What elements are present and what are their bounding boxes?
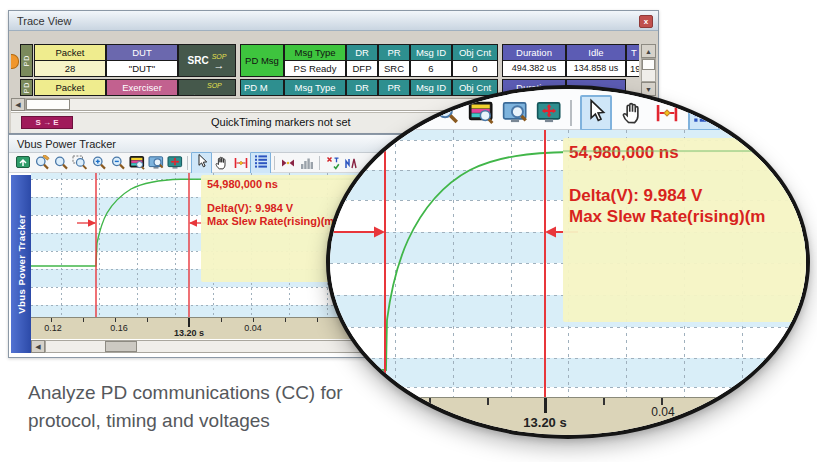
msg-id-header: Msg ID <box>411 80 451 96</box>
collapse-markers-icon[interactable] <box>280 155 296 171</box>
t-column-clipped: T 19 <box>626 44 639 77</box>
zoom-icon[interactable] <box>53 155 69 171</box>
zoom-region-icon[interactable] <box>72 155 88 171</box>
vbus-title: Vbus Power Tracker <box>17 138 116 150</box>
page: Trace View x PD Packet 28 DUT "DUT" SRC … <box>0 0 817 462</box>
screen-zoom-icon[interactable] <box>502 100 528 126</box>
axis-tick <box>487 398 489 405</box>
axis-tick <box>603 398 605 405</box>
cursor-axis-tick <box>544 398 547 413</box>
measure-list-selected[interactable] <box>250 152 271 174</box>
axis-tick <box>285 318 286 322</box>
role-sop-cell: SOP → <box>178 79 236 96</box>
sop-label: SOP <box>207 82 222 89</box>
obj-cnt-value: 0 <box>453 61 497 77</box>
axis-tick <box>253 318 254 322</box>
screen-zoom-icon[interactable] <box>148 155 164 171</box>
timing-marker-icon[interactable] <box>654 100 680 126</box>
scroll-left-button[interactable]: ◀ <box>11 98 25 111</box>
obj-cnt-column: Obj Cnt 0 <box>452 44 498 77</box>
xy-markers-icon[interactable] <box>325 155 341 171</box>
msg-id-value: 6 <box>411 61 451 77</box>
pr-header: PR <box>379 45 409 61</box>
channel-cell: PD <box>20 44 33 77</box>
quicktiming-status-text: QuickTiming markers not set <box>211 116 351 128</box>
zoom-in-icon[interactable] <box>91 155 107 171</box>
msg-type-column: Msg Type PS Ready <box>284 44 346 77</box>
axis-label: 0.16 <box>110 323 128 333</box>
toolbar-separator <box>187 156 188 170</box>
cursor-axis-label: 13.20 s <box>174 328 204 338</box>
packet-header: Packet <box>35 45 105 61</box>
t-header: T <box>627 45 639 61</box>
cursor-tool-selected[interactable] <box>580 95 612 131</box>
scroll-thumb[interactable] <box>26 99 70 110</box>
toolbar-separator <box>319 156 320 170</box>
cursor-axis-label: 13.20 s <box>523 415 566 430</box>
dr-header: DR <box>347 80 377 96</box>
pan-hand-icon[interactable] <box>214 155 230 171</box>
dr-column: DR DFP <box>346 44 378 77</box>
stats-icon[interactable] <box>344 155 360 171</box>
display-settings-icon[interactable] <box>468 100 494 126</box>
vbus-side-label: Vbus Power Tracker <box>11 175 31 353</box>
fit-screen-icon[interactable] <box>536 100 562 126</box>
pd-msg-group-cell: PD Msg <box>240 44 284 77</box>
export-icon[interactable] <box>15 155 31 171</box>
pan-hand-icon[interactable] <box>620 100 646 126</box>
magnifier-lens: 54,980,000 ns Delta(V): 9.984 V Max Slew… <box>326 85 810 439</box>
axis-label: 0.04 <box>651 405 674 419</box>
axis-tick <box>51 318 52 322</box>
pr-column: PR <box>378 79 410 96</box>
measure-list-selected[interactable] <box>688 95 720 131</box>
sop-arrow-icon: → <box>212 61 227 69</box>
caption-text: Analyze PD communications (CC) for proto… <box>28 379 343 434</box>
histogram-icon[interactable] <box>299 155 315 171</box>
obj-cnt-header: Obj Cnt <box>453 45 497 61</box>
scroll-left-button[interactable]: ◀ <box>31 340 45 353</box>
time-cursor-markers[interactable] <box>77 173 208 317</box>
duration-header: Duration <box>503 45 565 61</box>
pd-msg-group-cell: PD M <box>240 79 284 96</box>
cursor-icon <box>194 153 210 169</box>
trace-row-1[interactable]: PD Packet 28 DUT "DUT" SRC SOP → PD Msg … <box>11 44 639 78</box>
cursor-tool-selected[interactable] <box>191 152 212 174</box>
role-sop-cell: SRC SOP → <box>178 44 236 77</box>
idle-column: Idle 134.858 us <box>566 44 626 77</box>
caption-line-2: protocol, timing and voltages <box>28 407 343 435</box>
dr-value: DFP <box>347 61 377 77</box>
packet-column: Packet 28 <box>34 44 106 77</box>
zoom-out-icon[interactable] <box>110 155 126 171</box>
trace-view-titlebar[interactable]: Trace View x <box>9 11 658 31</box>
pr-header: PR <box>379 80 409 96</box>
msg-id-column: Msg ID <box>410 79 452 96</box>
msg-type-header: Msg Type <box>285 45 345 61</box>
display-settings-icon[interactable] <box>129 155 145 171</box>
packet-value: 28 <box>35 61 105 77</box>
scroll-up-button[interactable]: ▲ <box>641 44 656 58</box>
msg-id-column: Msg ID 6 <box>410 44 452 77</box>
vbus-curve-faint-continuation <box>563 150 806 152</box>
start-to-end-button[interactable]: S → E <box>21 116 73 129</box>
axis-tick <box>661 398 663 405</box>
device-column: DUT "DUT" <box>106 44 178 77</box>
scroll-thumb[interactable] <box>642 59 655 70</box>
delta-v-value: Delta(V): 9.984 V <box>563 185 806 206</box>
idle-value: 134.858 us <box>567 61 625 77</box>
t-value: 19 <box>627 61 639 77</box>
device-column: Exerciser <box>106 79 178 96</box>
msg-type-header: Msg Type <box>285 80 345 96</box>
device-header: DUT <box>107 45 177 61</box>
timing-marker-icon[interactable] <box>233 155 249 171</box>
scroll-thumb[interactable] <box>105 341 137 352</box>
close-button[interactable]: x <box>639 15 653 28</box>
magnified-plot-area: 54,980,000 ns Delta(V): 9.984 V Max Slew… <box>330 130 806 397</box>
measure-list-icon <box>691 98 717 124</box>
axis-label: 0.16 <box>413 407 436 421</box>
fit-screen-icon[interactable] <box>167 155 183 171</box>
axis-tick <box>429 398 431 405</box>
zoom-edit-icon[interactable] <box>34 155 50 171</box>
device-value: "DUT" <box>107 61 177 77</box>
magnified-x-axis: 0.16 13.20 s 0.04 <box>330 397 806 439</box>
cursor-axis-tick <box>188 318 190 327</box>
